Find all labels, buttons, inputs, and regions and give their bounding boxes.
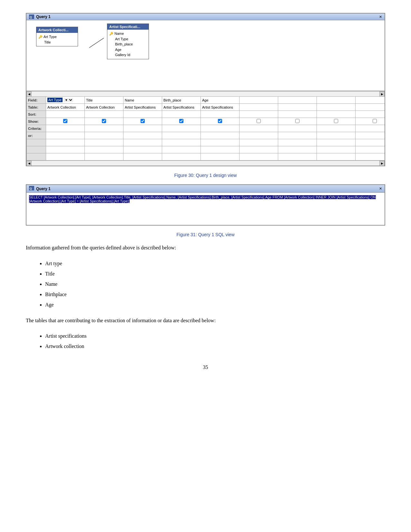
field-cell-1[interactable]: Art Type ▼	[46, 97, 85, 104]
grid-scroll-left[interactable]: ◀	[26, 161, 32, 166]
show-checkbox-2[interactable]	[102, 119, 106, 123]
design-grid: Field: Art Type ▼ Title Name Birth_place…	[26, 96, 385, 160]
criteria-cell-6[interactable]	[240, 125, 278, 132]
criteria-cell-2[interactable]	[85, 125, 123, 132]
show-checkbox-8[interactable]	[334, 119, 338, 123]
list2-item-2: Artwork collection	[45, 341, 385, 352]
sql-empty-space	[26, 212, 385, 225]
show-cell-6[interactable]	[240, 118, 278, 125]
show-checkbox-4[interactable]	[179, 119, 183, 123]
scroll-left-btn[interactable]: ◀	[26, 92, 32, 97]
show-cell-7[interactable]	[278, 118, 317, 125]
table-cell-7	[278, 104, 317, 111]
sql-query-icon: Q	[29, 186, 34, 191]
criteria-cell-8[interactable]	[317, 125, 356, 132]
field-cell-4[interactable]: Birth_place	[162, 97, 201, 104]
field-cell-6[interactable]	[240, 97, 278, 104]
query1-titlebar: Q Query 1 ✕	[26, 14, 385, 20]
show-row-header: Show:	[27, 118, 46, 125]
sort-cell-8	[317, 111, 356, 118]
field-cell-7[interactable]	[278, 97, 317, 104]
or-cell-7[interactable]	[278, 132, 317, 139]
show-cell-4[interactable]	[162, 118, 201, 125]
grid-scroll-track[interactable]	[32, 161, 379, 166]
table-cell-2: Artwork Collection	[85, 104, 123, 111]
criteria-cell-5[interactable]	[201, 125, 240, 132]
sql-close-icon[interactable]: ✕	[379, 187, 382, 191]
sql-text: SELECT [Artwork Collection].[Art Type], …	[29, 195, 376, 203]
sort-cell-1	[46, 111, 85, 118]
table1-field-arttype: 🔑 Art Type	[38, 34, 76, 40]
field-cell-5[interactable]: Age	[201, 97, 240, 104]
show-cell-8[interactable]	[317, 118, 356, 125]
field-cell-9[interactable]	[356, 97, 385, 104]
show-cell-3[interactable]	[123, 118, 162, 125]
list1-item-1: Art type	[45, 258, 385, 269]
sort-row: Sort:	[27, 111, 385, 118]
or-cell-9[interactable]	[356, 132, 385, 139]
or-cell-4[interactable]	[162, 132, 201, 139]
table-cell-9	[356, 104, 385, 111]
query1-design-window: Q Query 1 ✕ Artwork Collecti... 🔑 Art Ty…	[26, 13, 385, 166]
table1-field-title: Title	[38, 40, 76, 45]
or-cell-8[interactable]	[317, 132, 356, 139]
show-cell-9[interactable]	[356, 118, 385, 125]
criteria-row: Criteria:	[27, 125, 385, 132]
field-cell-8[interactable]	[317, 97, 356, 104]
sort-cell-4	[162, 111, 201, 118]
show-checkbox-1[interactable]	[63, 119, 67, 123]
svg-line-2	[89, 38, 104, 48]
list2: Artist specifications Artwork collection	[45, 331, 385, 352]
table2-field-galleryid: Gallery Id	[109, 52, 147, 58]
grid-scrollbar[interactable]: ◀ ▶	[26, 160, 385, 166]
sort-cell-3	[123, 111, 162, 118]
or-cell-2[interactable]	[85, 132, 123, 139]
close-icon[interactable]: ✕	[379, 15, 382, 19]
or-cell-5[interactable]	[201, 132, 240, 139]
table-row: Table: Artwork Collection Artwork Collec…	[27, 104, 385, 111]
criteria-cell-1[interactable]	[46, 125, 85, 132]
show-checkbox-6[interactable]	[257, 119, 261, 123]
field-dropdown-1[interactable]: ▼	[64, 98, 73, 102]
scroll-track[interactable]	[32, 92, 379, 96]
field-cell-3[interactable]: Name	[123, 97, 162, 104]
criteria-cell-3[interactable]	[123, 125, 162, 132]
extra-cell-1[interactable]	[46, 139, 85, 146]
sort-row-header: Sort:	[27, 111, 46, 118]
or-cell-6[interactable]	[240, 132, 278, 139]
criteria-cell-7[interactable]	[278, 125, 317, 132]
list1-item-4: Birthplace	[45, 289, 385, 300]
table2-field-name: 🔑 Name	[109, 31, 147, 36]
show-checkbox-5[interactable]	[218, 119, 222, 123]
field-arttype-highlighted: Art Type	[47, 98, 63, 102]
table-cell-5: Artist Specifications	[201, 104, 240, 111]
field-row: Field: Art Type ▼ Title Name Birth_place…	[27, 97, 385, 104]
grid-table: Field: Art Type ▼ Title Name Birth_place…	[26, 96, 385, 160]
show-cell-5[interactable]	[201, 118, 240, 125]
sort-cell-6	[240, 111, 278, 118]
design-top-pane: Artwork Collecti... 🔑 Art Type Title Art…	[26, 20, 385, 91]
join-line	[26, 20, 385, 91]
table-artwork-collection: Artwork Collecti... 🔑 Art Type Title	[36, 27, 78, 46]
sql-titlebar: Q Query 1 ✕	[26, 185, 385, 193]
or-cell-1[interactable]	[46, 132, 85, 139]
svg-text:Q: Q	[30, 187, 32, 190]
show-checkbox-7[interactable]	[295, 119, 299, 123]
criteria-cell-4[interactable]	[162, 125, 201, 132]
sql-title: Query 1	[36, 187, 51, 191]
table-artist-specifications: Artist Specificati... 🔑 Name Art Type Bi…	[107, 24, 149, 59]
scroll-right-btn[interactable]: ▶	[379, 92, 385, 97]
show-cell-2[interactable]	[85, 118, 123, 125]
criteria-cell-9[interactable]	[356, 125, 385, 132]
show-checkbox-3[interactable]	[141, 119, 145, 123]
or-cell-3[interactable]	[123, 132, 162, 139]
table2-field-age: Age	[109, 47, 147, 53]
horizontal-scrollbar[interactable]: ◀ ▶	[26, 91, 385, 96]
show-cell-1[interactable]	[46, 118, 85, 125]
show-checkbox-9[interactable]	[373, 119, 377, 123]
field-cell-2[interactable]: Title	[85, 97, 123, 104]
grid-scroll-right[interactable]: ▶	[379, 161, 385, 166]
sort-cell-9	[356, 111, 385, 118]
table1-header: Artwork Collecti...	[36, 27, 78, 33]
list2-item-1: Artist specifications	[45, 331, 385, 341]
